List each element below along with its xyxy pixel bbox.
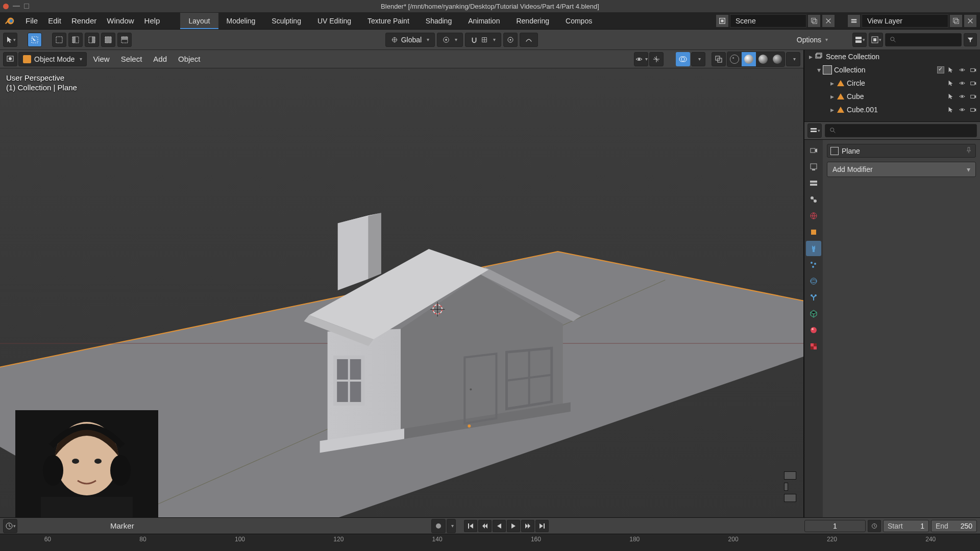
menu-window[interactable]: Window xyxy=(102,12,139,29)
close-icon[interactable] xyxy=(3,4,9,9)
gizmo-button[interactable] xyxy=(649,52,664,66)
tab-animation[interactable]: Animation xyxy=(460,13,508,29)
filter-button[interactable] xyxy=(964,33,977,46)
shading-solid[interactable] xyxy=(742,52,756,66)
minimize-icon[interactable] xyxy=(13,6,20,7)
auto-keying-dropdown[interactable] xyxy=(447,519,456,533)
menu-help[interactable]: Help xyxy=(139,12,165,29)
start-frame-field[interactable]: Start 1 xyxy=(883,520,929,532)
outliner-search-input[interactable] xyxy=(885,33,962,46)
scene-browse-button[interactable] xyxy=(716,14,729,28)
tab-modeling[interactable]: Modeling xyxy=(218,13,264,29)
disclosure-triangle-icon[interactable]: ▸ xyxy=(828,106,836,114)
props-editor-type[interactable]: ▾ xyxy=(807,123,822,138)
timeline-track[interactable]: 60 80 100 120 140 160 180 200 220 240 xyxy=(0,534,980,551)
outliner[interactable]: ▸ Scene Collection ▾ Collection ▸ xyxy=(804,50,980,121)
next-keyframe-button[interactable] xyxy=(521,520,534,532)
outliner-collection[interactable]: ▾ Collection xyxy=(804,63,980,77)
tab-physics[interactable] xyxy=(806,273,821,289)
outliner-scene-collection[interactable]: ▸ Scene Collection xyxy=(804,50,980,63)
camera-icon[interactable] xyxy=(969,65,978,74)
tab-world[interactable] xyxy=(806,208,821,223)
select-mode-5[interactable] xyxy=(117,33,132,47)
end-frame-field[interactable]: End 250 xyxy=(931,520,977,532)
select-mode-1[interactable] xyxy=(52,33,66,47)
tab-object[interactable] xyxy=(806,224,821,240)
menu-file[interactable]: File xyxy=(20,12,43,29)
shading-material[interactable] xyxy=(756,52,770,66)
scene-delete-button[interactable] xyxy=(822,14,835,28)
menu-view[interactable]: View xyxy=(88,55,114,63)
tab-render[interactable] xyxy=(806,143,821,158)
arrow-icon[interactable] xyxy=(946,92,955,101)
options-dropdown[interactable]: Options xyxy=(792,33,833,47)
menu-object[interactable]: Object xyxy=(173,55,205,63)
xray-toggle[interactable] xyxy=(712,52,726,66)
properties-search-input[interactable] xyxy=(825,124,977,137)
3d-viewport[interactable]: User Perspective (1) Collection | Plane xyxy=(0,68,803,517)
tab-rendering[interactable]: Rendering xyxy=(508,13,557,29)
viewlayer-delete-button[interactable] xyxy=(964,14,977,28)
pivot-dropdown[interactable] xyxy=(437,33,463,47)
camera-icon[interactable] xyxy=(969,92,978,101)
tab-mesh-data[interactable] xyxy=(806,306,821,321)
camera-icon[interactable] xyxy=(969,105,978,114)
eye-icon[interactable] xyxy=(958,105,967,114)
viewlayer-name-field[interactable]: View Layer xyxy=(862,14,948,28)
select-box-button[interactable] xyxy=(28,33,42,47)
tab-sculpting[interactable]: Sculpting xyxy=(263,13,309,29)
display-mode-button[interactable]: ▾ xyxy=(869,33,883,47)
editor-type-button[interactable]: ▾ xyxy=(852,33,867,47)
outliner-item[interactable]: ▸ Cube xyxy=(804,90,980,103)
tab-shading[interactable]: Shading xyxy=(418,13,460,29)
select-mode-2[interactable] xyxy=(68,33,83,47)
scene-new-button[interactable] xyxy=(807,14,821,28)
timeline-menu-marker[interactable]: Marker xyxy=(105,521,139,530)
tab-particles[interactable] xyxy=(806,257,821,272)
disclosure-triangle-icon[interactable]: ▸ xyxy=(806,53,815,61)
mode-dropdown[interactable]: Object Mode xyxy=(18,52,87,66)
collection-enable-checkbox[interactable] xyxy=(937,66,944,73)
visibility-button[interactable] xyxy=(634,52,648,66)
shading-dropdown[interactable] xyxy=(786,52,800,66)
prev-keyframe-button[interactable] xyxy=(478,520,492,532)
tab-modifiers[interactable] xyxy=(806,241,821,256)
snap-dropdown[interactable] xyxy=(465,33,501,47)
eye-icon[interactable] xyxy=(958,65,967,74)
scene-name-field[interactable]: Scene xyxy=(730,14,806,28)
tab-uv-editing[interactable]: UV Editing xyxy=(309,13,359,29)
viewlayer-new-button[interactable] xyxy=(949,14,963,28)
tab-material[interactable] xyxy=(806,322,821,338)
play-button[interactable] xyxy=(507,520,520,532)
tab-layout[interactable]: Layout xyxy=(180,13,218,29)
menu-render[interactable]: Render xyxy=(66,12,102,29)
menu-add[interactable]: Add xyxy=(148,55,172,63)
disclosure-triangle-icon[interactable]: ▸ xyxy=(828,79,836,87)
arrow-icon[interactable] xyxy=(946,105,955,114)
select-mode-3[interactable] xyxy=(85,33,99,47)
overlay-dropdown[interactable] xyxy=(691,52,705,66)
cursor-tool-button[interactable]: ▾ xyxy=(3,33,17,47)
timeline-editor-type[interactable]: ▾ xyxy=(3,519,17,533)
transform-orientation-dropdown[interactable]: Global xyxy=(385,33,435,47)
tab-scene[interactable] xyxy=(806,192,821,207)
add-modifier-dropdown[interactable]: Add Modifier ▾ xyxy=(827,162,976,177)
disclosure-triangle-icon[interactable]: ▸ xyxy=(828,92,836,101)
outliner-item[interactable]: ▸ Circle xyxy=(804,77,980,90)
proportional-edit-button[interactable] xyxy=(503,33,518,47)
tab-texture-paint[interactable]: Texture Paint xyxy=(359,13,418,29)
menu-select[interactable]: Select xyxy=(116,55,148,63)
overlay-toggle[interactable] xyxy=(676,52,690,66)
pin-icon[interactable] xyxy=(965,146,972,155)
menu-edit[interactable]: Edit xyxy=(43,12,66,29)
play-reverse-button[interactable] xyxy=(493,520,506,532)
viewport-editor-type[interactable] xyxy=(3,52,17,66)
viewlayer-browse-button[interactable] xyxy=(847,14,861,28)
viewport-mini-axis[interactable] xyxy=(784,471,796,502)
disclosure-triangle-icon[interactable]: ▾ xyxy=(815,66,823,74)
tab-texture[interactable] xyxy=(806,339,821,354)
jump-start-button[interactable] xyxy=(464,520,477,532)
jump-end-button[interactable] xyxy=(535,520,549,532)
eye-icon[interactable] xyxy=(958,92,967,101)
tab-viewlayer[interactable] xyxy=(806,176,821,191)
